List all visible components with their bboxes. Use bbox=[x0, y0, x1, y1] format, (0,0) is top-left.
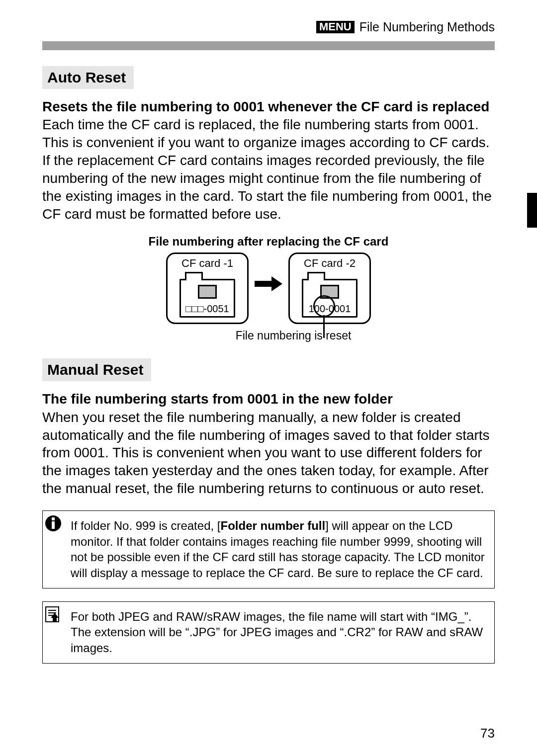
manual-reset-body: When you reset the file numbering manual… bbox=[42, 409, 495, 498]
section-heading-auto-reset: Auto Reset bbox=[42, 66, 134, 89]
image-thumbnail-icon bbox=[320, 285, 339, 299]
note-document-icon bbox=[45, 606, 62, 623]
svg-rect-0 bbox=[255, 281, 271, 287]
cf-card-2-file: 100-0001 bbox=[303, 303, 356, 315]
cf-card-1-label: CF card -1 bbox=[168, 257, 247, 270]
diagram: CF card -1 □□□-0051 CF card -2 100-0001 bbox=[164, 252, 373, 342]
warning-note-pre: If folder No. 999 is created, [ bbox=[71, 519, 221, 532]
section-heading-manual-reset: Manual Reset bbox=[42, 358, 151, 381]
manual-reset-lead: The file numbering starts from 0001 in t… bbox=[42, 390, 495, 408]
cf-card-1: CF card -1 □□□-0051 bbox=[166, 252, 249, 324]
auto-reset-body: Each time the CF card is replaced, the f… bbox=[42, 116, 495, 223]
callout-line bbox=[323, 315, 325, 338]
diagram-title: File numbering after replacing the CF ca… bbox=[42, 235, 495, 249]
cf-card-2-label: CF card -2 bbox=[290, 257, 369, 270]
cf-card-2: CF card -2 100-0001 bbox=[288, 252, 371, 324]
warning-note-text: If folder No. 999 is created, [Folder nu… bbox=[71, 519, 485, 580]
header-divider bbox=[42, 41, 495, 50]
folder-icon: 100-0001 bbox=[302, 279, 358, 318]
manual-page: MENU File Numbering Methods Auto Reset R… bbox=[0, 0, 537, 756]
page-header: MENU File Numbering Methods bbox=[42, 20, 495, 34]
svg-rect-3 bbox=[52, 521, 55, 529]
page-header-title: File Numbering Methods bbox=[359, 20, 495, 34]
cf-card-1-file: □□□-0051 bbox=[181, 303, 234, 315]
content-area: MENU File Numbering Methods Auto Reset R… bbox=[42, 20, 495, 726]
page-number: 73 bbox=[480, 726, 495, 741]
svg-rect-4 bbox=[52, 517, 55, 520]
edge-tab bbox=[527, 193, 537, 228]
folder-icon: □□□-0051 bbox=[179, 279, 235, 318]
auto-reset-lead: Resets the file numbering to 0001 whenev… bbox=[42, 98, 495, 116]
image-thumbnail-icon bbox=[198, 285, 217, 299]
warning-note-bold: Folder number full bbox=[221, 519, 326, 532]
svg-rect-5 bbox=[46, 607, 59, 622]
warning-note: If folder No. 999 is created, [Folder nu… bbox=[42, 510, 495, 588]
tip-note: For both JPEG and RAW/sRAW images, the f… bbox=[42, 601, 495, 664]
info-icon bbox=[45, 515, 62, 532]
diagram-caption: File numbering is reset bbox=[164, 329, 373, 342]
svg-marker-1 bbox=[271, 276, 282, 291]
arrow-right-icon bbox=[255, 276, 282, 291]
tip-note-text: For both JPEG and RAW/sRAW images, the f… bbox=[71, 610, 483, 655]
menu-badge: MENU bbox=[316, 21, 355, 33]
